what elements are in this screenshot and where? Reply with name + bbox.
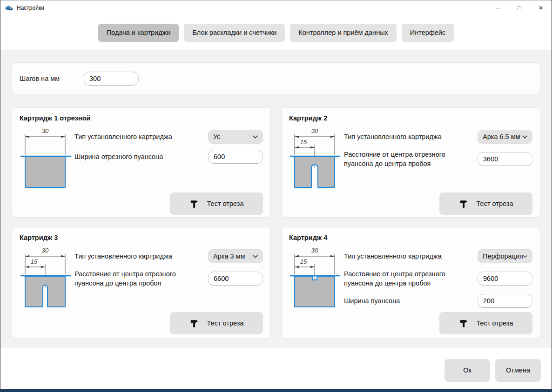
cartridge-type-label: Тип установленного картриджа [74,252,208,261]
cartridge-1-test-cut-button[interactable]: Тест отреза [170,193,263,215]
tab-feed-and-cartridges[interactable]: Подача и картриджи [98,24,179,42]
cartridge-3-distance-input[interactable] [208,272,263,286]
chevron-down-icon [253,255,258,258]
test-cut-label: Тест отреза [477,200,513,207]
dialog-footer: Ок Отмена [0,348,552,389]
distance-to-punch-label: Расстояние от центра отрезного пуансона … [74,269,208,288]
tab-interface[interactable]: Интерфейс [402,24,454,42]
chevron-down-icon [253,135,258,139]
card-title: Картридж 1 отрезной [20,114,263,122]
select-value: Ус [213,133,221,140]
cartridge-2-test-cut-button[interactable]: Тест отреза [439,193,532,215]
cartridge-2-diagram: 30 15 [289,126,344,193]
cartridge-4-distance-input[interactable] [478,272,532,286]
window-bottom-border [0,389,552,392]
cartridge-2-type-select[interactable]: Арка 6.5 мм [478,130,532,144]
app-icon [5,5,13,11]
cartridge-type-label: Тип установленного картриджа [74,132,208,141]
test-cut-label: Тест отреза [207,319,244,327]
cartridge-1-card: Картридж 1 отрезной 30 [12,107,271,218]
cartridge-1-diagram: 30 [20,126,74,193]
card-title: Картридж 4 [289,234,532,241]
field-row: Тип установленного картриджа Арка 3 мм [74,249,263,263]
svg-text:30: 30 [311,127,318,134]
steps-per-mm-panel: Шагов на мм [12,62,540,94]
cartridge-type-label: Тип установленного картриджа [344,132,478,141]
punch-width-label: Ширина пуансона [344,296,478,306]
select-value: Перфорация [483,252,523,260]
window-title: Настройки [17,5,44,11]
field-row: Ширина пуансона [344,294,532,308]
chevron-down-icon [522,135,527,139]
cartridge-3-diagram: 30 15 [20,246,74,312]
cartridge-1-punch-width-input[interactable] [208,150,263,164]
field-row: Расстояние от центра отрезного пуансона … [74,269,263,288]
title-bar[interactable]: Настройки ─ □ ✕ [0,0,552,15]
cartridge-2-card: Картридж 2 30 15 [281,107,540,218]
hammer-icon [459,199,469,209]
settings-content: Шагов на мм Картридж 1 отрезной 30 [0,50,552,348]
cartridge-2-distance-input[interactable] [478,152,532,166]
maximize-button[interactable]: □ [509,0,530,15]
svg-text:15: 15 [300,139,307,146]
cartridge-4-card: Картридж 4 30 15 [281,227,540,339]
field-row: Ширина отрезного пуансона [74,150,263,164]
distance-to-punch-label: Расстояние от центра отрезного пуансона … [344,269,478,288]
field-row: Тип установленного картриджа Перфорация [344,249,532,263]
field-row: Расстояние от центра отрезного пуансона … [344,269,532,288]
card-title: Картридж 3 [20,234,263,241]
close-button[interactable]: ✕ [530,0,552,15]
tab-layout-and-counters[interactable]: Блок раскладки и счетчики [184,24,285,42]
hammer-icon [459,319,469,328]
punch-width-label: Ширина отрезного пуансона [74,152,208,161]
cartridge-3-card: Картридж 3 30 15 [12,227,271,339]
cancel-button[interactable]: Отмена [495,359,541,382]
field-row: Расстояние от центра отрезного пуансона … [344,150,532,168]
cartridge-4-type-select[interactable]: Перфорация [478,249,532,263]
select-value: Арка 3 мм [213,252,245,260]
svg-text:15: 15 [300,258,307,265]
tab-bar: Подача и картриджи Блок раскладки и счет… [0,15,552,50]
steps-per-mm-label: Шагов на мм [20,75,81,82]
hammer-icon [189,199,199,209]
steps-per-mm-input[interactable] [84,72,139,86]
cartridge-type-label: Тип установленного картриджа [344,252,478,261]
ok-button[interactable]: Ок [444,359,490,382]
settings-window: Настройки ─ □ ✕ Подача и картриджи Блок … [0,0,552,392]
hammer-icon [189,319,199,328]
cartridge-3-test-cut-button[interactable]: Тест отреза [170,312,263,334]
field-row: Тип установленного картриджа Арка 6.5 мм [344,130,532,144]
field-row: Тип установленного картриджа Ус [74,130,263,144]
svg-text:15: 15 [31,258,38,265]
select-value: Арка 6.5 мм [483,133,520,140]
cartridge-4-punch-width-input[interactable] [478,294,532,308]
window-controls: ─ □ ✕ [487,0,552,15]
svg-text:30: 30 [42,127,49,134]
svg-text:30: 30 [311,247,318,254]
svg-text:30: 30 [42,247,49,254]
cartridge-cards-grid: Картридж 1 отрезной 30 [12,107,540,339]
minimize-button[interactable]: ─ [487,0,509,15]
cartridge-4-test-cut-button[interactable]: Тест отреза [439,312,532,334]
distance-to-punch-label: Расстояние от центра отрезного пуансона … [344,150,478,168]
tab-controller-and-data[interactable]: Контроллер и приём данных [290,24,396,42]
test-cut-label: Тест отреза [477,319,513,327]
cartridge-3-type-select[interactable]: Арка 3 мм [208,249,263,263]
cartridge-1-type-select[interactable]: Ус [208,130,263,144]
chevron-down-icon [523,255,527,258]
card-title: Картридж 2 [289,114,532,122]
cartridge-4-diagram: 30 15 [289,246,344,312]
test-cut-label: Тест отреза [207,200,244,207]
